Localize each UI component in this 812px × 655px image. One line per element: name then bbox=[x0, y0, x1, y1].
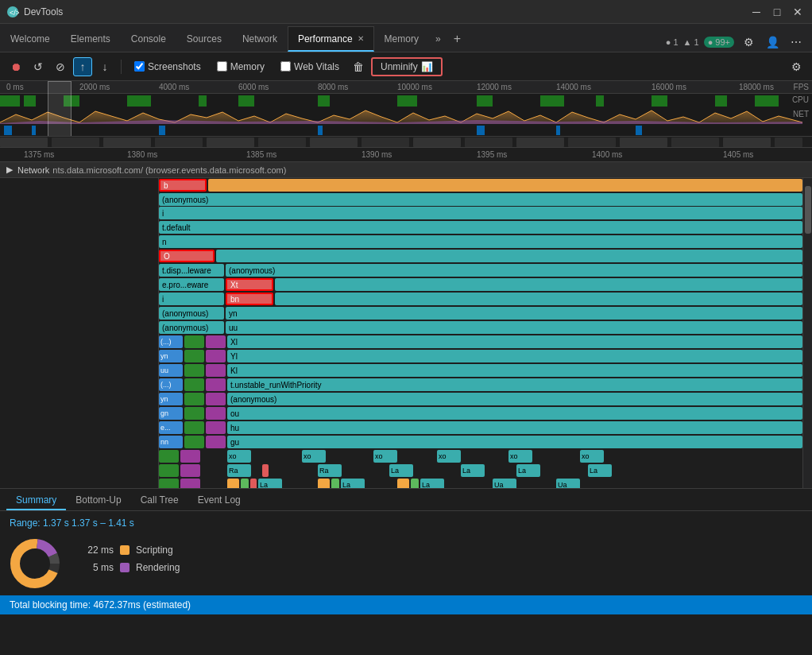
green-badge[interactable]: ● 99+ bbox=[704, 37, 734, 48]
flame-row-La-Ua[interactable]: La La La Ua Ua bbox=[159, 479, 802, 488]
webvitals-label[interactable]: Web Vitals bbox=[294, 61, 339, 72]
flame-block-anon1[interactable]: (anonymous) bbox=[159, 193, 802, 206]
flame-block-yn2[interactable]: yn bbox=[159, 350, 183, 362]
close-button[interactable]: ✕ bbox=[790, 4, 806, 20]
flame-block-xo5[interactable]: xo bbox=[508, 450, 532, 463]
net-bar[interactable] bbox=[0, 124, 812, 137]
flame-block-tunstable[interactable]: t.unstable_runWithPriority bbox=[227, 378, 802, 391]
tab-performance-close[interactable]: ✕ bbox=[358, 34, 364, 43]
profile-button[interactable]: 👤 bbox=[763, 33, 782, 52]
tab-memory[interactable]: Memory bbox=[374, 26, 429, 52]
flame-block-anon5[interactable]: (anonymous) bbox=[227, 393, 802, 405]
tab-network[interactable]: Network bbox=[232, 26, 288, 52]
flame-block-ellipsis1[interactable]: (...) bbox=[159, 335, 183, 348]
flame-block-La6[interactable]: La bbox=[341, 479, 365, 488]
fps-bar[interactable]: CPU bbox=[0, 94, 812, 108]
settings-tab-button[interactable]: ⚙ bbox=[739, 33, 758, 52]
flame-block-La7[interactable]: La bbox=[420, 479, 444, 488]
flame-block-O[interactable]: O bbox=[159, 250, 215, 262]
flame-row-tdisp[interactable]: t.disp...leware (anonymous) bbox=[159, 264, 802, 278]
flame-row-nn-gu[interactable]: nn gu bbox=[159, 436, 802, 450]
flame-block-i1[interactable]: i bbox=[159, 207, 802, 219]
flame-block-anon3[interactable]: (anonymous) bbox=[159, 307, 224, 320]
webvitals-checkbox[interactable] bbox=[280, 61, 291, 72]
flame-block-uu2[interactable]: uu bbox=[159, 364, 183, 377]
toolbar-settings-button[interactable]: ⚙ bbox=[787, 57, 806, 76]
flame-block-Yl[interactable]: Yl bbox=[227, 350, 802, 362]
tab-welcome[interactable]: Welcome bbox=[0, 26, 60, 52]
flame-block-Xl[interactable]: Xl bbox=[227, 335, 802, 348]
flame-block-epro[interactable]: e.pro...eware bbox=[159, 278, 224, 291]
flame-row-tunstable[interactable]: (...) t.unstable_runWithPriority bbox=[159, 378, 802, 393]
flame-block-ou[interactable]: ou bbox=[227, 407, 802, 420]
flame-block-Ra[interactable]: Ra bbox=[227, 464, 251, 477]
timeline-ruler[interactable]: 0 ms 2000 ms 4000 ms 6000 ms 8000 ms 100… bbox=[0, 81, 812, 94]
timeline-overview[interactable]: 0 ms 2000 ms 4000 ms 6000 ms 8000 ms 100… bbox=[0, 81, 812, 137]
screenshots-label[interactable]: Screenshots bbox=[148, 61, 201, 72]
flame-row-gn-ou[interactable]: gn ou bbox=[159, 407, 802, 421]
upload-button[interactable]: ↑ bbox=[73, 57, 92, 76]
tab-call-tree[interactable]: Call Tree bbox=[131, 491, 188, 510]
flame-block-La4[interactable]: La bbox=[588, 464, 612, 477]
flame-block-xo1[interactable]: xo bbox=[227, 450, 251, 463]
flame-block-tdefault[interactable]: t.default bbox=[159, 221, 802, 234]
tab-summary[interactable]: Summary bbox=[6, 491, 66, 510]
tab-more[interactable]: » bbox=[429, 26, 447, 52]
tab-event-log[interactable]: Event Log bbox=[188, 491, 250, 510]
record-button[interactable]: ⏺ bbox=[6, 57, 25, 76]
memory-label[interactable]: Memory bbox=[230, 61, 265, 72]
flame-scrollbar[interactable] bbox=[802, 178, 812, 488]
tab-bottom-up[interactable]: Bottom-Up bbox=[66, 491, 130, 510]
flame-row-i2[interactable]: i bn bbox=[159, 293, 802, 307]
flame-row-uu-Kl[interactable]: uu Kl bbox=[159, 364, 802, 378]
flame-block-Ua2[interactable]: Ua bbox=[556, 479, 580, 488]
flame-row-i1[interactable]: i bbox=[159, 207, 802, 221]
flame-row-e-hu[interactable]: e... hu bbox=[159, 421, 802, 436]
flame-row-epro[interactable]: e.pro...eware Xt bbox=[159, 278, 802, 293]
trash-button[interactable]: 🗑 bbox=[349, 57, 368, 76]
flame-row-yn-Yl[interactable]: yn Yl bbox=[159, 350, 802, 364]
flame-row-yn-anon[interactable]: yn (anonymous) bbox=[159, 393, 802, 407]
reload-record-button[interactable]: ↺ bbox=[29, 57, 48, 76]
clear-button[interactable]: ⊘ bbox=[51, 57, 70, 76]
flame-row-O[interactable]: O bbox=[159, 250, 802, 264]
flame-block-Ra2[interactable]: Ra bbox=[318, 464, 342, 477]
flame-block-nn[interactable]: nn bbox=[159, 436, 183, 448]
flame-block-gn[interactable]: gn bbox=[159, 407, 183, 420]
tab-elements[interactable]: Elements bbox=[60, 26, 121, 52]
flame-block-yn3[interactable]: yn bbox=[159, 393, 183, 405]
tab-performance[interactable]: Performance ✕ bbox=[288, 26, 374, 52]
flame-block-xo3[interactable]: xo bbox=[373, 450, 397, 463]
flame-block-yn[interactable]: yn bbox=[226, 307, 802, 320]
flame-scrollbar-thumb[interactable] bbox=[805, 186, 811, 234]
flame-row-xo[interactable]: xo xo xo xo xo xo bbox=[159, 450, 802, 464]
flame-row-Ra-La[interactable]: Ra Ra La La La La bbox=[159, 464, 802, 479]
flame-block-ellipsis2[interactable]: (...) bbox=[159, 378, 183, 391]
flame-row-anon-yn[interactable]: (anonymous) yn bbox=[159, 307, 802, 321]
minimize-button[interactable]: ─ bbox=[748, 4, 764, 20]
flame-row-anon1[interactable]: (anonymous) bbox=[159, 192, 802, 207]
flame-row-n[interactable]: n bbox=[159, 235, 802, 250]
flame-block-n[interactable]: n bbox=[159, 235, 802, 248]
flame-block-xo6[interactable]: xo bbox=[580, 450, 604, 463]
flame-block-La5[interactable]: La bbox=[258, 479, 282, 488]
flame-block-b[interactable]: b bbox=[159, 179, 207, 192]
flame-row-mixed1[interactable]: (...) Xl bbox=[159, 335, 802, 350]
flame-block-La2[interactable]: La bbox=[461, 464, 485, 477]
flame-block-hu[interactable]: hu bbox=[227, 421, 802, 434]
tab-sources[interactable]: Sources bbox=[176, 26, 232, 52]
cpu-bar[interactable]: NET bbox=[0, 108, 812, 124]
download-button[interactable]: ↓ bbox=[95, 57, 114, 76]
flame-row-anon-uu[interactable]: (anonymous) uu bbox=[159, 321, 802, 335]
screenshots-checkbox[interactable] bbox=[134, 61, 145, 72]
flame-block-anon4[interactable]: (anonymous) bbox=[159, 321, 224, 334]
flame-row-b[interactable]: b bbox=[159, 178, 802, 192]
unminify-button[interactable]: Unminify 📊 bbox=[371, 57, 443, 76]
maximize-button[interactable]: □ bbox=[769, 4, 785, 20]
more-tab-button[interactable]: ⋯ bbox=[787, 33, 806, 52]
flame-block-e[interactable]: e... bbox=[159, 421, 183, 434]
memory-checkbox[interactable] bbox=[217, 61, 227, 72]
flame-block-La3[interactable]: La bbox=[516, 464, 540, 477]
flame-block-i2[interactable]: i bbox=[159, 293, 224, 305]
tab-console[interactable]: Console bbox=[121, 26, 176, 52]
